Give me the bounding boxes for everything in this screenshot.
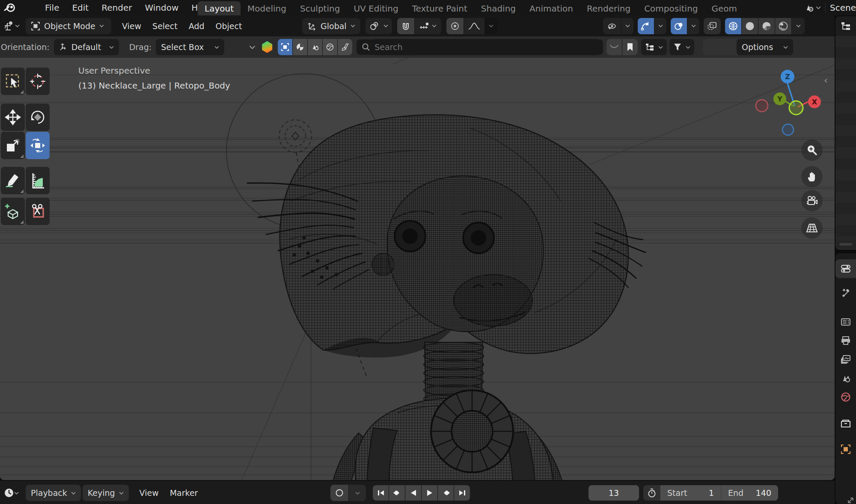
next-keyframe-button[interactable] — [438, 485, 454, 501]
shading-rendered-button[interactable] — [775, 18, 791, 34]
tool-transform[interactable] — [26, 132, 50, 159]
drag-dropdown[interactable]: Select Box — [156, 39, 224, 55]
show-gizmo-toggle[interactable] — [638, 18, 654, 34]
tool-add-cube[interactable] — [1, 198, 25, 225]
tab-view-layer-properties[interactable] — [835, 350, 856, 369]
tab-world-properties[interactable] — [835, 388, 856, 406]
mode-selector[interactable]: Object Mode — [26, 18, 111, 34]
outliner-scrollbar[interactable] — [839, 243, 852, 246]
overlays-dropdown[interactable] — [687, 18, 699, 34]
tool-cursor[interactable] — [26, 68, 50, 95]
frame-start-field[interactable]: Start 1 — [660, 485, 721, 501]
timeline-editor-type-button[interactable] — [1, 485, 21, 501]
tool-rotate[interactable] — [26, 104, 50, 131]
tool-annotate[interactable] — [1, 167, 25, 194]
shading-dropdown[interactable] — [792, 18, 805, 34]
keying-dropdown[interactable]: Keying — [83, 485, 129, 501]
camera-view-button[interactable] — [801, 190, 823, 211]
timeline-menu-marker[interactable]: Marker — [164, 488, 204, 498]
snap-toggle-button[interactable] — [397, 18, 414, 34]
tab-scene-properties[interactable] — [835, 369, 856, 388]
bookmark-icon[interactable] — [622, 39, 638, 55]
tool-scissors[interactable] — [26, 198, 50, 225]
tool-measure[interactable] — [26, 167, 50, 194]
chevron-down-icon — [796, 24, 801, 27]
tab-object-properties[interactable] — [835, 440, 856, 459]
tab-render-properties[interactable] — [835, 312, 856, 331]
show-overlays-toggle[interactable] — [671, 18, 687, 34]
zoom-button[interactable] — [801, 139, 823, 161]
tool-options-corner — [20, 220, 24, 224]
search-box[interactable] — [357, 39, 603, 55]
play-reverse-button[interactable] — [405, 485, 421, 501]
navigation-gizmo[interactable]: Z Y X — [750, 60, 827, 139]
menu-add[interactable]: Add — [183, 21, 210, 31]
xray-toggle[interactable] — [704, 18, 721, 34]
pivot-point-dropdown[interactable] — [366, 18, 392, 34]
chevron-down-icon — [686, 46, 690, 49]
shading-material-button[interactable] — [758, 18, 775, 34]
scene-name: Scene — [830, 3, 856, 13]
playback-dropdown[interactable]: Playback — [26, 485, 81, 501]
object-types-dropdown[interactable] — [621, 18, 633, 34]
proportional-falloff-icon[interactable] — [464, 18, 484, 34]
snap-settings-dropdown[interactable] — [415, 18, 441, 34]
proportional-editing-toggle[interactable] — [446, 18, 464, 34]
options-dropdown[interactable]: Options — [737, 39, 793, 55]
filter-world-toggle[interactable] — [323, 39, 337, 55]
chevron-down-icon — [15, 24, 20, 27]
filter-brush-toggle[interactable] — [338, 39, 352, 55]
auto-keying-toggle[interactable] — [330, 485, 348, 501]
tool-move[interactable] — [1, 104, 25, 131]
editor-type-button[interactable] — [1, 18, 22, 34]
use-preview-range-button[interactable] — [643, 485, 660, 501]
play-button[interactable] — [422, 485, 437, 501]
search-input[interactable] — [374, 39, 598, 55]
chevron-down-icon — [71, 492, 76, 495]
shading-solid-button[interactable] — [742, 18, 758, 34]
axis-minus-y-ball-highlight — [789, 101, 803, 115]
transform-orientation-dropdown[interactable]: Global — [302, 18, 360, 34]
outliner-panel[interactable] — [835, 16, 856, 250]
jump-to-start-button[interactable] — [373, 485, 389, 501]
chevron-down-icon — [783, 46, 788, 49]
filter-scene-objects-toggle[interactable] — [308, 39, 322, 55]
properties-editor-icon[interactable] — [835, 259, 856, 278]
menu-select[interactable]: Select — [147, 21, 183, 31]
tab-collection-properties[interactable] — [835, 414, 856, 433]
chevron-down-icon — [816, 6, 821, 9]
menu-view[interactable]: View — [116, 21, 147, 31]
gizmo-gem-icon[interactable] — [262, 41, 273, 53]
falloff-dropdown[interactable] — [485, 18, 498, 34]
drag-value: Select Box — [161, 42, 204, 52]
tool-select-box[interactable] — [1, 68, 25, 95]
timeline-menu-view[interactable]: View — [134, 488, 164, 498]
menu-object[interactable]: Object — [210, 21, 248, 31]
chevron-down-icon — [351, 24, 355, 27]
outliner-icon — [841, 21, 851, 31]
sidebar-collapse-icon[interactable]: ‹ — [824, 75, 828, 86]
previous-keyframe-button[interactable] — [389, 485, 405, 501]
filter-sphere-toggle[interactable] — [293, 39, 307, 55]
tab-tool-properties[interactable] — [835, 283, 856, 302]
pan-hand-button[interactable] — [801, 166, 823, 187]
auto-keying-dropdown[interactable] — [349, 485, 366, 501]
gizmo-dropdown[interactable] — [654, 18, 666, 34]
tab-output-properties[interactable] — [835, 331, 856, 350]
arc-icon[interactable] — [606, 39, 622, 55]
orthographic-grid-button[interactable] — [801, 217, 823, 239]
current-frame-field[interactable]: 13 — [588, 485, 639, 501]
collapse-chevron-icon[interactable] — [249, 45, 256, 49]
tool-scale[interactable] — [1, 132, 25, 159]
show-object-types-icon[interactable] — [603, 18, 621, 34]
shading-wireframe-button[interactable] — [725, 18, 741, 34]
outliner-rows[interactable] — [835, 36, 856, 240]
corner-resize-icon[interactable] — [847, 497, 854, 504]
jump-to-end-button[interactable] — [454, 485, 470, 501]
filter-select-box-toggle[interactable] — [278, 39, 292, 55]
display-mode-dropdown[interactable] — [641, 39, 667, 55]
orientation-dropdown[interactable]: Default — [54, 39, 119, 55]
filter-dropdown[interactable] — [669, 39, 694, 55]
scene-selector[interactable]: Scene — [800, 0, 856, 15]
frame-end-field[interactable]: End 140 — [721, 485, 778, 501]
